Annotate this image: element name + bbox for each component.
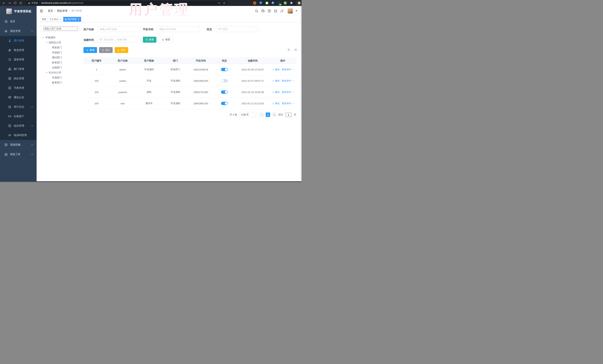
goto-page-field[interactable]: [285, 113, 292, 117]
breadcrumb-home[interactable]: 首页: [48, 9, 53, 13]
tree-node[interactable]: 财务部门: [52, 61, 62, 64]
extension-icon-blue-grid[interactable]: [271, 1, 275, 5]
sidebar-item-online-users[interactable]: 在线用户: [0, 111, 36, 121]
window-scrollbar[interactable]: [300, 6, 302, 181]
tree-caret-icon[interactable]: [46, 72, 47, 73]
more-actions-link[interactable]: 更多操作: [282, 90, 294, 94]
text-size-icon[interactable]: [280, 9, 284, 13]
sidebar-item-home[interactable]: 首页: [0, 17, 36, 26]
prev-page-button[interactable]: [259, 112, 264, 117]
goto-page-input[interactable]: [285, 112, 292, 117]
bookmark-star-icon[interactable]: [223, 2, 226, 4]
tree-node[interactable]: 深圳总公司: [46, 41, 61, 44]
avatar-caret-icon[interactable]: [296, 10, 297, 11]
sidebar-item-error-code[interactable]: 错误码管理: [0, 131, 36, 140]
extensions-puzzle-icon[interactable]: [290, 1, 293, 5]
more-actions-link[interactable]: 更多操作: [282, 79, 294, 82]
edit-link[interactable]: 修改: [272, 79, 280, 82]
username-input[interactable]: [97, 26, 141, 32]
breadcrumb-system[interactable]: 系统管理: [57, 9, 67, 13]
tab-profile[interactable]: 个人中心 ✕: [48, 17, 63, 22]
more-actions-link[interactable]: 更多操作: [282, 102, 294, 105]
table-refresh-button[interactable]: [293, 47, 298, 52]
import-button[interactable]: 导入: [99, 47, 113, 53]
page-1-button[interactable]: 1: [266, 112, 270, 117]
close-icon[interactable]: ✕: [59, 17, 61, 22]
scrollbar-thumb[interactable]: [300, 22, 301, 80]
sidebar-scrollbar[interactable]: [36, 6, 37, 181]
edit-link[interactable]: 修改: [272, 102, 280, 105]
tree-node[interactable]: 测试部门: [52, 56, 62, 59]
sidebar-item-role-management[interactable]: 角色管理: [0, 45, 36, 55]
tab-user-management[interactable]: 用户管理 ✕: [63, 17, 81, 22]
status-select[interactable]: 用户状态: [216, 26, 259, 32]
tree-node[interactable]: 市场部门: [52, 51, 62, 54]
status-toggle[interactable]: [221, 79, 228, 82]
extension-icon-green-circle[interactable]: [265, 1, 268, 5]
tree-caret-icon[interactable]: [42, 37, 44, 38]
add-button[interactable]: 新增: [83, 47, 97, 53]
tree-caret-icon[interactable]: [46, 42, 47, 43]
tree-node[interactable]: 市场部门: [52, 76, 62, 79]
address-bar[interactable]: 不安全 dashboard.yudao.iocoder.cn/system/us…: [26, 1, 227, 5]
sidebar-item-dev-tools[interactable]: 研发工具: [0, 150, 36, 159]
collapse-menu-icon[interactable]: [39, 9, 43, 13]
mobile-input[interactable]: [157, 26, 200, 32]
status-toggle[interactable]: [221, 68, 228, 71]
extension-icon-list-on[interactable]: on: [278, 1, 281, 5]
forward-icon[interactable]: [8, 1, 11, 5]
tree-node-label: 测试部门: [52, 56, 62, 59]
export-button[interactable]: 导出: [115, 47, 128, 53]
status-toggle[interactable]: [221, 90, 228, 94]
sidebar-item-dept-management[interactable]: 部门管理: [0, 64, 36, 74]
extension-icon-orange[interactable]: [253, 1, 256, 5]
tab-home[interactable]: 首页: [40, 17, 48, 22]
close-icon[interactable]: ✕: [78, 17, 79, 22]
status-toggle[interactable]: [221, 102, 228, 105]
sidebar-item-infrastructure[interactable]: 基础设施: [0, 140, 36, 150]
sidebar-item-sms-management[interactable]: 短信管理: [0, 121, 36, 131]
table-search-button[interactable]: [286, 47, 291, 52]
sidebar-item-notice[interactable]: 通知公告: [0, 93, 36, 102]
search-button[interactable]: 搜索: [143, 37, 156, 43]
page-size-select[interactable]: 10条/页: [239, 112, 257, 117]
password-key-icon[interactable]: [218, 2, 220, 4]
sidebar-item-system-management[interactable]: 系统管理: [0, 26, 36, 36]
more-actions-link[interactable]: 更多操作: [282, 68, 294, 71]
sidebar-item-post-management[interactable]: 岗位管理: [0, 74, 36, 83]
header-search-icon[interactable]: [255, 9, 258, 13]
help-icon[interactable]: [267, 9, 271, 13]
profile-paused-chip[interactable]: 已暂停: [296, 1, 302, 5]
status-label: 状态: [207, 28, 212, 31]
reload-icon[interactable]: [13, 1, 17, 5]
username-field[interactable]: [99, 28, 139, 31]
tree-node[interactable]: 研发部门: [52, 46, 62, 49]
extension-icon-gem[interactable]: [259, 1, 262, 5]
tree-node[interactable]: 运维部门: [52, 66, 62, 69]
sidebar-item-dict-management[interactable]: 字典管理: [0, 83, 36, 93]
reset-button[interactable]: 重置: [159, 37, 173, 43]
mobile-label: 手机号码: [143, 28, 153, 31]
back-icon[interactable]: [2, 1, 6, 5]
created-label: 创建时间: [83, 38, 94, 42]
sidebar-item-audit-log[interactable]: 审计日志: [0, 102, 36, 111]
tree-node[interactable]: 长沙分公司: [46, 71, 61, 74]
next-page-button[interactable]: [272, 112, 277, 117]
user-avatar[interactable]: [288, 8, 293, 13]
sidebar-item-user-management[interactable]: 用户管理: [0, 36, 36, 45]
fullscreen-icon[interactable]: [274, 9, 277, 13]
edit-link[interactable]: 修改: [272, 90, 280, 94]
logo[interactable]: 芋道管理系统: [0, 6, 36, 17]
extension-icon-green-tool[interactable]: [284, 1, 287, 5]
mobile-field[interactable]: [159, 28, 198, 31]
sidebar-item-menu-management[interactable]: 菜单管理: [0, 55, 36, 64]
date-range-input[interactable]: 开始日期 - 结束日期: [97, 37, 141, 43]
dept-search-field[interactable]: [43, 27, 78, 31]
dept-search-input[interactable]: [40, 26, 80, 32]
home-icon[interactable]: [19, 1, 22, 5]
chevron-down-icon: [254, 114, 256, 116]
edit-link[interactable]: 修改: [272, 68, 280, 71]
github-icon[interactable]: [261, 9, 265, 13]
tree-node[interactable]: 财务部门: [52, 81, 62, 84]
tree-node[interactable]: 芋道源码: [42, 36, 55, 39]
